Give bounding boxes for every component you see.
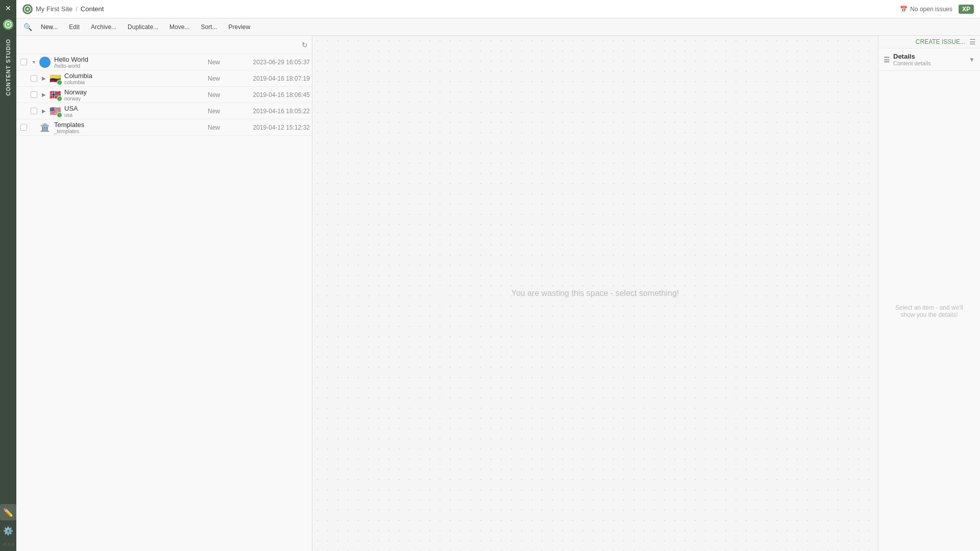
checkbox[interactable] <box>31 75 37 82</box>
item-path: usa <box>64 112 208 118</box>
archive-button[interactable]: Archive... <box>86 21 121 33</box>
item-path: _templates <box>54 129 208 134</box>
item-path: columbia <box>64 80 208 85</box>
expand-icon[interactable]: ▶ <box>39 76 49 81</box>
breadcrumb-separator: / <box>76 5 78 13</box>
breadcrumb: My First Site / Content <box>22 4 897 14</box>
hello-world-icon: 🌐 <box>39 56 51 68</box>
edit-mode-button[interactable]: ✏️ <box>0 504 16 520</box>
row-checkbox[interactable] <box>18 59 29 65</box>
item-status: New <box>208 108 238 115</box>
item-date: 2019-04-16 18:05:22 <box>238 108 310 115</box>
view-toggle-button[interactable]: ☰ <box>969 38 976 46</box>
search-button[interactable]: 🔍 <box>20 20 35 34</box>
row-name: USA usa <box>64 105 208 118</box>
edit-button[interactable]: Edit <box>64 21 85 33</box>
row-checkbox[interactable] <box>29 108 39 114</box>
empty-message: You are wasting this space - select some… <box>511 289 679 298</box>
version-label: v5.0.0 <box>2 542 15 547</box>
move-button[interactable]: Move... <box>164 21 194 33</box>
empty-area: You are wasting this space - select some… <box>312 36 878 551</box>
main-area: My First Site / Content 📅 No open issues… <box>16 0 980 551</box>
details-subtitle: Content details <box>893 60 930 66</box>
item-date: 2023-06-29 16:05:37 <box>238 59 310 66</box>
refresh-icon[interactable]: ↻ <box>302 41 308 49</box>
item-name: Columbia <box>64 72 208 80</box>
tree-header: ↻ <box>16 36 312 54</box>
svg-point-4 <box>27 8 29 10</box>
breadcrumb-site[interactable]: My First Site <box>36 5 72 13</box>
row-checkbox[interactable] <box>18 124 29 131</box>
tree-list: ▾ 🌐 Hello World /hello-world New 2023-06… <box>16 54 312 551</box>
checkbox[interactable] <box>31 108 37 114</box>
details-header: ☰ Details Content details ▼ <box>878 48 980 71</box>
app-label: CONTENT STUDIO <box>5 35 11 100</box>
item-path: norway <box>64 96 208 102</box>
tree-row[interactable]: ▶ 🏛️ Templates _templates New 2019-04-12… <box>16 119 312 136</box>
checkbox[interactable] <box>20 59 27 65</box>
usa-flag-icon: 🇺🇸 <box>49 105 61 117</box>
item-name: Hello World <box>54 56 208 63</box>
create-issue-link[interactable]: CREATE ISSUE... <box>916 38 965 45</box>
checkbox[interactable] <box>20 124 27 131</box>
details-header-left: ☰ Details Content details <box>884 53 930 66</box>
calendar-icon: 📅 <box>900 6 908 13</box>
item-date: 2019-04-16 18:07:19 <box>238 75 310 82</box>
close-button[interactable]: ✕ <box>0 0 16 16</box>
site-icon <box>22 4 33 14</box>
header-bar: My First Site / Content 📅 No open issues… <box>16 0 980 18</box>
item-status: New <box>208 124 238 131</box>
breadcrumb-current: Content <box>81 5 104 13</box>
details-list-icon: ☰ <box>884 56 890 64</box>
item-name: USA <box>64 105 208 112</box>
preview-button[interactable]: Preview <box>223 21 255 33</box>
left-toolbar: ✕ CONTENT STUDIO ✏️ ⚙️ v5.0.0 <box>0 0 16 551</box>
details-empty-message: Select an item - and we'll show you the … <box>889 304 970 318</box>
item-status: New <box>208 75 238 82</box>
expand-icon[interactable]: ▶ <box>39 108 49 114</box>
checkbox[interactable] <box>31 91 37 98</box>
row-name: Columbia columbia <box>64 72 208 85</box>
settings-button[interactable]: ⚙️ <box>0 522 16 539</box>
svg-point-2 <box>7 23 9 26</box>
item-path: /hello-world <box>54 63 208 69</box>
item-date: 2019-04-16 18:06:45 <box>238 91 310 98</box>
details-chevron-icon[interactable]: ▼ <box>969 56 975 63</box>
row-checkbox[interactable] <box>29 75 39 82</box>
no-issues-badge: 📅 No open issues <box>900 6 952 13</box>
row-name: Norway norway <box>64 88 208 102</box>
create-issue-bar: CREATE ISSUE... ☰ <box>878 36 980 48</box>
details-panel: CREATE ISSUE... ☰ ☰ Details Content deta… <box>878 36 980 551</box>
templates-icon: 🏛️ <box>39 121 51 134</box>
no-issues-text: No open issues <box>910 6 952 13</box>
item-status: New <box>208 91 238 98</box>
tree-panel: ↻ ▾ 🌐 Hello World /hell <box>16 36 312 551</box>
logo-button[interactable] <box>0 16 16 33</box>
duplicate-button[interactable]: Duplicate... <box>122 21 163 33</box>
details-title: Details <box>893 53 930 60</box>
xp-badge[interactable]: XP <box>959 5 974 14</box>
sort-button[interactable]: Sort... <box>195 21 222 33</box>
tree-row[interactable]: ▶ 🇨🇴 Columbia columbia New 2019-04-16 18… <box>16 70 312 87</box>
expand-icon[interactable]: ▶ <box>39 92 49 97</box>
item-date: 2019-04-12 15:12:32 <box>238 124 310 131</box>
columbia-flag-icon: 🇨🇴 <box>49 72 61 85</box>
row-name: Hello World /hello-world <box>54 56 208 69</box>
tree-row[interactable]: ▶ 🇺🇸 USA usa New 2019-04-16 18:05:22 <box>16 103 312 119</box>
item-status: New <box>208 59 238 66</box>
row-checkbox[interactable] <box>29 91 39 98</box>
details-body: Select an item - and we'll show you the … <box>878 71 980 551</box>
item-name: Norway <box>64 88 208 96</box>
item-name: Templates <box>54 121 208 129</box>
content-area: ↻ ▾ 🌐 Hello World /hell <box>16 36 980 551</box>
tree-row[interactable]: ▶ 🇳🇴 Norway norway New 2019-04-16 18:06:… <box>16 87 312 103</box>
header-right: 📅 No open issues XP <box>900 5 974 14</box>
action-toolbar: 🔍 New... Edit Archive... Duplicate... Mo… <box>16 18 980 36</box>
expand-icon[interactable]: ▾ <box>29 59 39 65</box>
norway-flag-icon: 🇳🇴 <box>49 89 61 101</box>
row-name: Templates _templates <box>54 121 208 134</box>
new-button[interactable]: New... <box>36 21 63 33</box>
tree-row[interactable]: ▾ 🌐 Hello World /hello-world New 2023-06… <box>16 54 312 70</box>
